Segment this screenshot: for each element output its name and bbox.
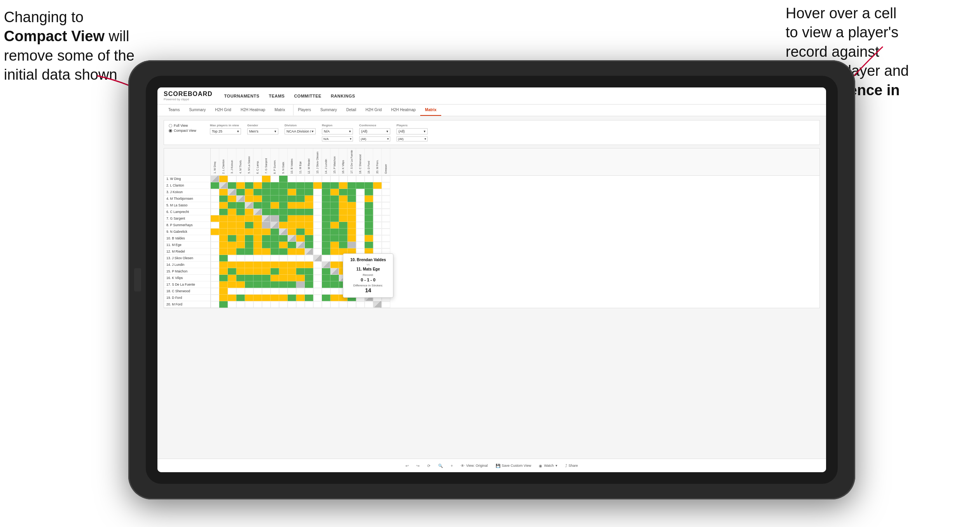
cell-6-3[interactable] [228, 209, 236, 215]
cell-3-14[interactable] [322, 189, 330, 195]
cell-1-3[interactable] [228, 176, 236, 182]
cell-20-9[interactable] [279, 301, 288, 308]
cell-4-18[interactable] [356, 195, 365, 202]
cell-14-11[interactable] [296, 262, 305, 268]
cell-3-17[interactable] [348, 189, 356, 195]
cell-1-21[interactable] [382, 176, 390, 182]
cell-18-6[interactable] [253, 288, 262, 295]
cell-12-1[interactable] [211, 248, 219, 255]
cell-14-10[interactable] [288, 262, 296, 268]
cell-13-1[interactable] [211, 255, 219, 262]
cell-3-2[interactable] [219, 189, 228, 195]
cell-5-18[interactable] [356, 202, 365, 209]
cell-13-15[interactable] [330, 255, 339, 262]
cell-11-20[interactable] [373, 242, 382, 248]
cell-16-4[interactable] [236, 275, 245, 281]
cell-6-1[interactable] [211, 209, 219, 215]
cell-8-10[interactable] [288, 222, 296, 229]
cell-1-12[interactable] [305, 176, 313, 182]
cell-5-20[interactable] [373, 202, 382, 209]
cell-10-17[interactable] [348, 235, 356, 242]
cell-6-11[interactable] [296, 209, 305, 215]
cell-18-14[interactable] [322, 288, 330, 295]
cell-6-2[interactable] [219, 209, 228, 215]
cell-3-20[interactable] [373, 189, 382, 195]
cell-17-6[interactable] [253, 281, 262, 288]
cell-17-5[interactable] [245, 281, 253, 288]
cell-2-21[interactable] [382, 182, 390, 189]
cell-8-16[interactable] [339, 222, 348, 229]
cell-1-10[interactable] [288, 176, 296, 182]
cell-18-13[interactable] [313, 288, 322, 295]
max-players-select[interactable]: Top 25 ▾ [210, 128, 241, 134]
cell-19-13[interactable] [313, 295, 322, 301]
cell-5-9[interactable] [279, 202, 288, 209]
cell-16-7[interactable] [262, 275, 271, 281]
cell-6-19[interactable] [365, 209, 373, 215]
cell-3-12[interactable] [305, 189, 313, 195]
full-view-radio[interactable] [169, 124, 172, 127]
cell-14-2[interactable] [219, 262, 228, 268]
cell-17-3[interactable] [228, 281, 236, 288]
cell-2-4[interactable] [236, 182, 245, 189]
cell-8-1[interactable] [211, 222, 219, 229]
cell-9-21[interactable] [382, 229, 390, 235]
cell-13-13[interactable] [313, 255, 322, 262]
players-select1[interactable]: (All) ▾ [397, 128, 428, 134]
cell-10-1[interactable] [211, 235, 219, 242]
cell-9-15[interactable] [330, 229, 339, 235]
cell-14-4[interactable] [236, 262, 245, 268]
cell-12-8[interactable] [271, 248, 279, 255]
cell-18-15[interactable] [330, 288, 339, 295]
cell-4-2[interactable] [219, 195, 228, 202]
cell-12-12[interactable] [305, 248, 313, 255]
cell-6-9[interactable] [279, 209, 288, 215]
cell-1-1[interactable] [211, 176, 219, 182]
cell-14-3[interactable] [228, 262, 236, 268]
cell-9-5[interactable] [245, 229, 253, 235]
cell-13-7[interactable] [262, 255, 271, 262]
cell-14-14[interactable] [322, 262, 330, 268]
cell-5-10[interactable] [288, 202, 296, 209]
cell-11-5[interactable] [245, 242, 253, 248]
cell-20-2[interactable] [219, 301, 228, 308]
cell-15-12[interactable] [305, 268, 313, 275]
cell-6-14[interactable] [322, 209, 330, 215]
cell-4-19[interactable] [365, 195, 373, 202]
cell-8-2[interactable] [219, 222, 228, 229]
cell-8-12[interactable] [305, 222, 313, 229]
cell-2-15[interactable] [330, 182, 339, 189]
cell-8-9[interactable] [279, 222, 288, 229]
cell-12-7[interactable] [262, 248, 271, 255]
cell-2-20[interactable] [373, 182, 382, 189]
cell-7-8[interactable] [271, 215, 279, 222]
cell-15-8[interactable] [271, 268, 279, 275]
cell-2-3[interactable] [228, 182, 236, 189]
cell-17-10[interactable] [288, 281, 296, 288]
cell-7-1[interactable] [211, 215, 219, 222]
cell-18-1[interactable] [211, 288, 219, 295]
cell-11-9[interactable] [279, 242, 288, 248]
cell-20-17[interactable] [348, 301, 356, 308]
cell-3-3[interactable] [228, 189, 236, 195]
cell-11-18[interactable] [356, 242, 365, 248]
cell-17-13[interactable] [313, 281, 322, 288]
cell-11-6[interactable] [253, 242, 262, 248]
cell-17-4[interactable] [236, 281, 245, 288]
cell-1-2[interactable] [219, 176, 228, 182]
cell-16-13[interactable] [313, 275, 322, 281]
cell-5-5[interactable] [245, 202, 253, 209]
cell-19-7[interactable] [262, 295, 271, 301]
cell-5-6[interactable] [253, 202, 262, 209]
cell-6-16[interactable] [339, 209, 348, 215]
nav-committee[interactable]: COMMITTEE [294, 92, 321, 100]
toolbar-view-original[interactable]: 👁 View: Original [461, 464, 487, 468]
gender-select[interactable]: Men's ▾ [247, 128, 278, 134]
cell-13-3[interactable] [228, 255, 236, 262]
cell-19-5[interactable] [245, 295, 253, 301]
cell-19-9[interactable] [279, 295, 288, 301]
cell-6-6[interactable] [253, 209, 262, 215]
cell-5-19[interactable] [365, 202, 373, 209]
toolbar-refresh[interactable]: ⟳ [427, 464, 430, 468]
cell-9-20[interactable] [373, 229, 382, 235]
